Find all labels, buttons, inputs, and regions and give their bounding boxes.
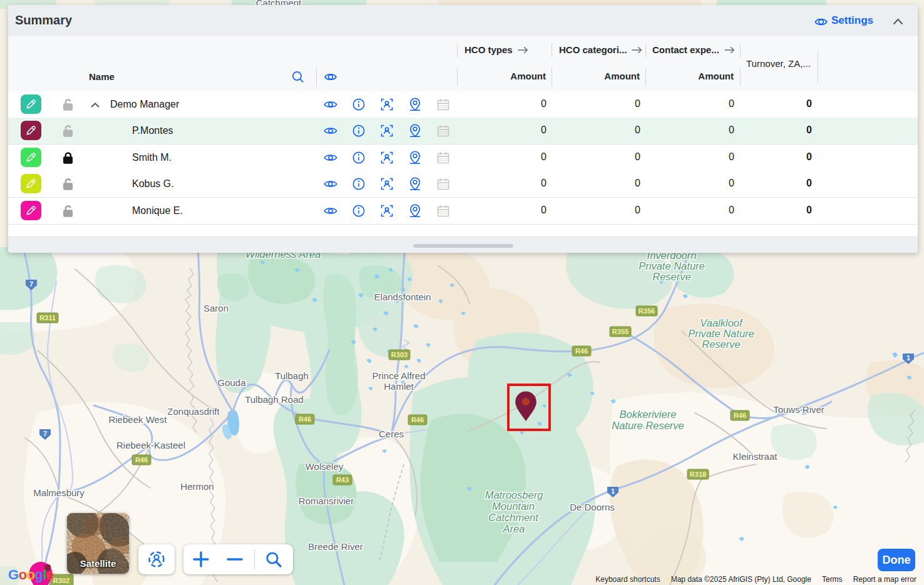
svg-text:R303: R303 (391, 351, 408, 359)
svg-text:R355: R355 (612, 328, 629, 335)
svg-text:7: 7 (29, 280, 33, 288)
svg-text:R46: R46 (135, 456, 148, 464)
svg-text:Ceres: Ceres (379, 429, 404, 439)
svg-text:1: 1 (906, 354, 910, 362)
svg-text:Saron: Saron (203, 303, 228, 313)
svg-text:Prince Alfred: Prince Alfred (372, 370, 425, 381)
svg-text:R46: R46 (299, 415, 311, 423)
svg-text:Tulbagh: Tulbagh (275, 370, 309, 381)
svg-text:R311: R311 (39, 314, 56, 322)
svg-text:Vaalkloof: Vaalkloof (700, 317, 744, 328)
svg-text:Romansrivier: Romansrivier (299, 496, 354, 506)
svg-text:Breede River: Breede River (308, 541, 363, 552)
svg-text:Matroosberg: Matroosberg (485, 489, 543, 501)
svg-text:Tulbagh Road: Tulbagh Road (245, 394, 304, 405)
svg-text:R46: R46 (734, 412, 746, 419)
svg-text:R46: R46 (575, 347, 588, 355)
svg-text:Catchment: Catchment (488, 512, 539, 523)
svg-text:R46: R46 (411, 416, 424, 424)
svg-text:Kleinstraat: Kleinstraat (733, 451, 778, 462)
svg-text:Mountain: Mountain (492, 501, 535, 512)
svg-text:Reserve: Reserve (702, 338, 740, 350)
svg-text:Malmesbury: Malmesbury (33, 487, 85, 498)
svg-text:Private Nature: Private Nature (639, 260, 704, 272)
svg-text:Hamlet: Hamlet (384, 381, 414, 392)
svg-text:Wolseley: Wolseley (305, 461, 344, 472)
svg-text:Bokkeriviere: Bokkeriviere (620, 409, 677, 420)
svg-text:7: 7 (43, 430, 47, 437)
svg-text:Riebeek-Kasteel: Riebeek-Kasteel (116, 440, 185, 450)
svg-text:1: 1 (611, 487, 615, 495)
svg-text:Elandsfontein: Elandsfontein (374, 292, 431, 302)
svg-text:Reserve: Reserve (652, 271, 690, 282)
svg-text:Gouda: Gouda (217, 377, 246, 388)
svg-text:Private Nature: Private Nature (688, 328, 754, 339)
svg-text:Hermon: Hermon (180, 481, 213, 492)
svg-text:Zonquasdrift: Zonquasdrift (167, 406, 220, 417)
svg-text:Nature Reserve: Nature Reserve (612, 420, 684, 431)
svg-text:R43: R43 (336, 476, 349, 484)
svg-text:De Doorns: De Doorns (570, 502, 615, 512)
svg-text:Area: Area (503, 523, 525, 534)
svg-text:Riebeek West: Riebeek West (108, 414, 167, 425)
svg-text:Touws River: Touws River (773, 404, 824, 415)
svg-text:R356: R356 (639, 307, 655, 315)
svg-text:R318: R318 (690, 471, 706, 478)
